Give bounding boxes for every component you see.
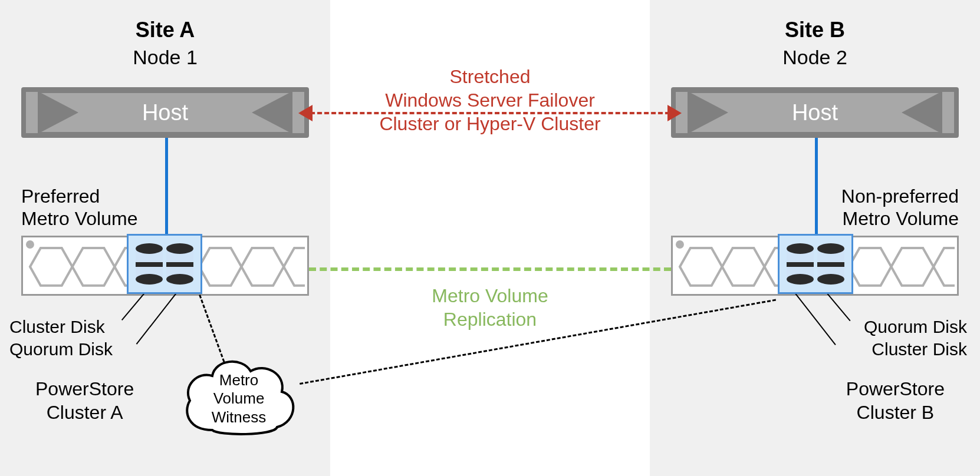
site-b-title: Site B (650, 18, 980, 42)
red-arrow-right-icon (667, 105, 682, 121)
witness-l3: Witness (212, 408, 266, 427)
callout-line-b1 (795, 293, 836, 345)
quorum-disk-a-icon (166, 243, 193, 285)
host-a-to-storage-line (165, 138, 168, 247)
callout-line-b2 (827, 293, 850, 321)
witness-l1: Metro (212, 371, 266, 389)
cluster-disk-a-icon (136, 243, 163, 285)
svg-point-0 (27, 242, 33, 247)
red-dashed-line (310, 112, 670, 114)
witness-cloud: Metro Volume Witness (177, 348, 301, 442)
host-a-label: Host (142, 100, 188, 125)
powerstore-b-1: PowerStore (846, 377, 945, 401)
svg-point-1 (677, 242, 683, 247)
host-b-to-storage-line (815, 138, 818, 247)
disk-labels-b: Quorum Disk Cluster Disk (864, 316, 967, 360)
host-b-label: Host (792, 100, 838, 125)
cluster-disk-b-label: Cluster Disk (864, 338, 967, 361)
preferred-volume-label: Preferred Metro Volume (21, 185, 137, 230)
host-a-left-handle (26, 92, 38, 133)
host-a-shape: Host (41, 93, 289, 132)
powerstore-b-label: PowerStore Cluster B (846, 377, 945, 424)
powerstore-a-1: PowerStore (35, 377, 134, 401)
metro-replication-label: Metro Volume Replication (330, 284, 650, 331)
disk-box-b (778, 234, 853, 294)
quorum-disk-b-label: Quorum Disk (864, 316, 967, 338)
host-a: Host (21, 87, 309, 138)
quorum-disk-a-label: Quorum Disk (9, 338, 113, 361)
stretched-cluster-label: Stretched Windows Server Failover Cluste… (330, 65, 650, 135)
disk-labels-a: Cluster Disk Quorum Disk (9, 316, 113, 360)
quorum-disk-b-icon (787, 243, 814, 285)
host-b-right-handle (942, 92, 954, 133)
callout-line-a1 (121, 293, 145, 320)
nonpreferred-label-2: Metro Volume (841, 207, 959, 230)
site-a-title: Site A (0, 18, 330, 42)
site-b-panel: Site B Node 2 Host Non-preferred Metro V… (650, 0, 980, 476)
stretched-l3: Cluster or Hyper-V Cluster (330, 112, 650, 135)
stretched-l1: Stretched (330, 65, 650, 88)
powerstore-a-label: PowerStore Cluster A (35, 377, 134, 424)
callout-line-a2 (136, 293, 177, 345)
witness-label: Metro Volume Witness (177, 348, 301, 442)
preferred-label-2: Metro Volume (21, 207, 137, 230)
disk-box-a (127, 234, 202, 294)
cluster-disk-b-icon (817, 243, 844, 285)
site-a-node: Node 1 (0, 46, 330, 69)
metro-replication-line (309, 267, 671, 271)
powerstore-a-2: Cluster A (35, 401, 134, 424)
powerstore-b-2: Cluster B (846, 401, 945, 424)
metro-rep-l2: Replication (330, 308, 650, 331)
cluster-disk-a-label: Cluster Disk (9, 316, 113, 338)
host-b-shape: Host (691, 93, 939, 132)
metro-rep-l1: Metro Volume (330, 284, 650, 308)
host-b: Host (671, 87, 959, 138)
site-b-node: Node 2 (650, 46, 980, 69)
storage-array-b (671, 236, 959, 296)
nonpreferred-label-1: Non-preferred (841, 185, 959, 207)
witness-l2: Volume (212, 389, 266, 408)
stretched-l2: Windows Server Failover (330, 88, 650, 112)
storage-array-a (21, 236, 309, 296)
nonpreferred-volume-label: Non-preferred Metro Volume (841, 185, 959, 230)
preferred-label-1: Preferred (21, 185, 137, 207)
